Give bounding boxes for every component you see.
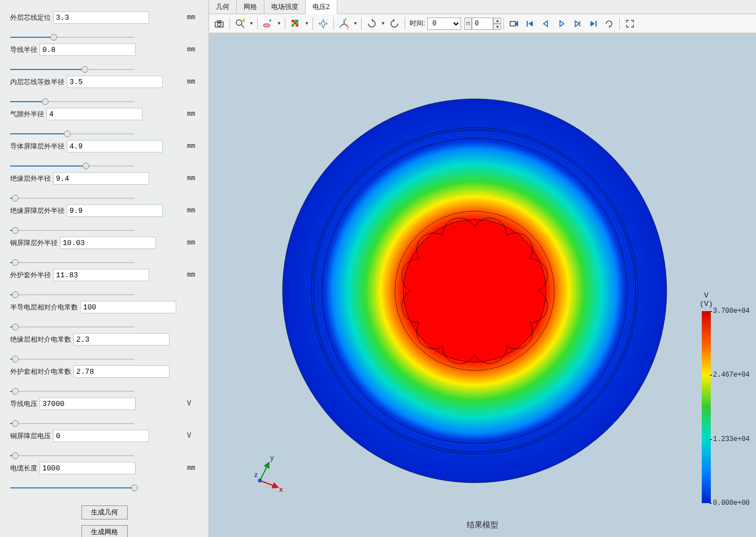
svg-point-7 (263, 24, 270, 27)
svg-line-33 (260, 462, 269, 481)
svg-text:y: y (270, 454, 274, 462)
svg-point-25 (283, 99, 667, 483)
tab-1[interactable]: 网格 (237, 0, 264, 14)
screenshot-button[interactable] (211, 16, 227, 32)
param-input-7[interactable] (60, 237, 156, 249)
main-panel: 几何网格电场强度电压2 ▼ ▼ (208, 0, 756, 537)
time-spin-down[interactable]: ▼ (493, 24, 501, 30)
param-label-3: 气隙外半径 (10, 110, 46, 119)
sidebar: 外层芯线定位 mm 导线半径 mm 内层芯线等效半径 mm 气隙外半径 mm 导… (0, 0, 208, 537)
fullscreen-button[interactable] (622, 16, 638, 32)
next-frame-button[interactable] (570, 16, 585, 32)
svg-line-20 (341, 24, 344, 26)
zoom-dropdown[interactable]: ▼ (248, 16, 255, 32)
param-input-9[interactable] (80, 301, 176, 313)
svg-rect-10 (296, 20, 298, 22)
play-button[interactable] (554, 16, 570, 32)
param-input-11[interactable] (73, 365, 170, 378)
step-forward-icon (572, 19, 583, 29)
param-unit-14: mm (183, 464, 198, 472)
time-spin-up[interactable]: ▲ (493, 18, 501, 24)
time-label: 时间: (407, 19, 427, 28)
svg-rect-24 (510, 21, 515, 26)
svg-point-34 (258, 479, 262, 483)
svg-rect-2 (218, 20, 221, 22)
axis-view-button[interactable]: zyx (336, 16, 352, 32)
pan-button[interactable] (315, 16, 331, 32)
legend-tick: 1.233e+04 (713, 435, 750, 443)
svg-rect-13 (296, 22, 298, 24)
param-input-0[interactable] (53, 11, 149, 24)
param-input-1[interactable] (40, 43, 136, 56)
svg-text:x: x (339, 25, 341, 29)
svg-line-5 (242, 19, 245, 20)
svg-point-3 (236, 20, 242, 25)
skip-last-icon (588, 19, 598, 29)
param-input-8[interactable] (53, 269, 149, 281)
axis-view-dropdown[interactable]: ▼ (352, 16, 359, 32)
param-unit-6: mm (183, 207, 198, 215)
tab-0[interactable]: 几何 (209, 0, 237, 14)
param-label-13: 铜屏障层电压 (10, 431, 53, 441)
param-label-10: 绝缘层相对介电常数 (10, 335, 73, 344)
param-unit-4: mm (183, 142, 198, 150)
view-cube-button[interactable] (288, 16, 303, 32)
param-label-9: 半导电层相对介电常数 (10, 303, 80, 312)
param-unit-0: mm (183, 14, 198, 21)
generate-geometry-button[interactable]: 生成几何 (81, 505, 128, 519)
first-frame-button[interactable] (522, 16, 538, 32)
video-camera-icon (509, 19, 519, 29)
svg-line-6 (243, 20, 245, 22)
svg-text:x: x (279, 486, 283, 494)
rotate-ccw-button[interactable] (386, 16, 402, 32)
result-canvas[interactable]: x y z 结果模型 V (V) 3.700e+042.467e+041.233… (209, 33, 756, 537)
param-input-4[interactable] (67, 140, 163, 152)
svg-rect-11 (292, 22, 294, 24)
loop-button[interactable] (601, 16, 617, 32)
svg-rect-12 (294, 22, 296, 24)
prev-frame-button[interactable] (538, 16, 554, 32)
param-input-12[interactable] (40, 398, 136, 410)
time-step-button[interactable]: ⊓ (464, 18, 472, 30)
axis-triad: x y z (243, 452, 288, 497)
param-input-3[interactable] (46, 108, 142, 120)
tab-3[interactable]: 电压2 (306, 0, 337, 14)
expand-icon (625, 19, 635, 29)
zoom-button[interactable] (232, 16, 248, 32)
generate-mesh-button[interactable]: 生成网格 (81, 525, 128, 537)
time-input[interactable] (472, 18, 493, 30)
param-input-5[interactable] (53, 172, 149, 185)
color-legend: V (V) 3.700e+042.467e+041.233e+040.000e+… (672, 291, 740, 503)
param-input-2[interactable] (67, 76, 163, 88)
selection-dropdown[interactable]: ▼ (276, 16, 283, 32)
selection-button[interactable] (260, 16, 276, 32)
time-dropdown[interactable]: 0 (427, 18, 461, 30)
param-unit-1: mm (183, 46, 198, 54)
svg-text:z: z (254, 471, 258, 479)
toolbar: ▼ ▼ ▼ (209, 14, 756, 33)
svg-line-4 (241, 25, 244, 28)
rotate-cw-dropdown[interactable]: ▼ (380, 16, 386, 32)
tab-2[interactable]: 电场强度 (264, 0, 306, 14)
play-icon (557, 19, 567, 29)
axis-triad-icon: zyx (338, 18, 350, 29)
rotate-cw-button[interactable] (364, 16, 380, 32)
param-input-13[interactable] (53, 430, 149, 442)
param-unit-8: mm (183, 271, 198, 279)
param-input-6[interactable] (67, 204, 163, 217)
rotate-cw-icon (366, 18, 377, 29)
record-button[interactable] (506, 16, 522, 32)
param-input-14[interactable] (40, 462, 136, 474)
view-cube-dropdown[interactable]: ▼ (303, 16, 310, 32)
param-input-10[interactable] (73, 333, 170, 346)
last-frame-button[interactable] (585, 16, 601, 32)
move-arrows-icon (318, 18, 329, 29)
param-label-6: 绝缘屏障层外半径 (10, 206, 67, 216)
param-label-11: 外护套相对介电常数 (10, 367, 73, 377)
param-label-4: 导体屏障层外半径 (10, 142, 67, 151)
rubik-cube-icon (290, 18, 301, 29)
param-unit-5: mm (183, 174, 198, 182)
param-label-8: 外护套外半径 (10, 270, 53, 280)
svg-line-32 (260, 481, 278, 487)
param-unit-3: mm (183, 110, 198, 118)
